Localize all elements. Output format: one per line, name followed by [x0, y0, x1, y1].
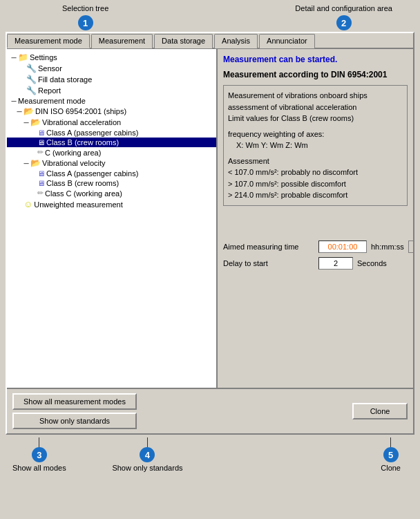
tree-item-class-a-vel[interactable]: 🖥 Class A (passenger cabins): [7, 169, 216, 178]
tab-analysis[interactable]: Analysis: [214, 34, 258, 48]
bottom-area: Show all measurement modes Show only sta…: [7, 388, 413, 433]
tree-item-measurement-mode[interactable]: ─ Measurement mode: [7, 96, 216, 106]
info-line-a1: < 107.0 mm/s²: probably no discomfort: [228, 167, 403, 178]
info-line-1: Measurement of vibrations onboard ships: [228, 90, 403, 102]
tree-label: Settings: [30, 53, 57, 62]
delay-unit: Seconds: [357, 259, 387, 267]
info-line-3: Limit values for Class B (crew rooms): [228, 113, 403, 124]
circle-icon: ☺: [23, 199, 32, 209]
info-line-5: X: Wm Y: Wm Z: Wm: [228, 140, 403, 151]
info-line-a3: > 214.0 mm/s²: probable discomfort: [228, 189, 403, 201]
info-box: Measurement of vibrations onboard ships …: [223, 85, 408, 206]
folder-open-icon2: 📂: [30, 117, 41, 127]
clone-button[interactable]: Clone: [352, 403, 408, 419]
tree-label: Vibrational velocity: [42, 159, 106, 167]
annotation-circle-5: 5: [383, 447, 399, 462]
folder-open-icon3: 📂: [30, 158, 41, 168]
tree-expander-mm[interactable]: ─: [10, 97, 18, 105]
annotation-label-4: Show only standards: [112, 464, 182, 472]
tab-measurement[interactable]: Measurement: [91, 34, 153, 48]
delay-label: Delay to start: [223, 259, 313, 267]
folder-open-icon: 📂: [23, 106, 34, 116]
annotation-circle-1: 1: [78, 15, 93, 30]
tree-label: Report: [38, 86, 61, 95]
aimed-time-row: Aimed measuring time hh:mm:ss ISO: [223, 240, 408, 253]
tab-annunciator[interactable]: Annunciator: [259, 34, 315, 48]
folder-icon: 📁: [18, 53, 28, 62]
measure-icon: 🖥: [37, 129, 45, 137]
show-standards-button[interactable]: Show only standards: [12, 413, 137, 429]
tree-item-class-c-work[interactable]: ✏ C (working area): [7, 147, 216, 158]
tab-data-storage[interactable]: Data storage: [154, 34, 213, 48]
delay-input[interactable]: [318, 257, 353, 270]
tree-label: Class A (passenger cabins): [46, 129, 138, 137]
tree-label: Class B (crew rooms): [46, 179, 119, 187]
measure-icon4: 🖥: [37, 179, 45, 187]
wrench-icon: 🔧: [26, 64, 37, 73]
info-line-assessment: Assessment: [228, 155, 403, 167]
measure-icon2: 🖥: [37, 138, 45, 147]
tree-label: Measurement mode: [18, 97, 86, 105]
annotation-label-3: Show all modes: [12, 464, 66, 472]
tree-label: Class C (working area): [45, 189, 122, 198]
bottom-right: Clone: [352, 403, 408, 419]
tree-item-sensor[interactable]: 🔧 Sensor: [7, 63, 216, 74]
annotation-circle-4: 4: [140, 447, 155, 462]
tree-label: C (working area): [45, 149, 101, 157]
tree-item-fill-data[interactable]: 🔧 Fill data storage: [7, 74, 216, 85]
measurement-title: Measurement according to DIN 6954:2001: [223, 70, 408, 79]
detail-config-label: Detail and configuration area: [295, 4, 392, 12]
measure-icon3: 🖥: [37, 169, 45, 178]
tree-label: Sensor: [38, 64, 62, 73]
selection-tree-header: Selection tree 1: [62, 4, 108, 30]
tree-item-vib-accel[interactable]: ─ 📂 Vibrational acceleration: [7, 117, 216, 128]
tree-item-vib-vel[interactable]: ─ 📂 Vibrational velocity: [7, 158, 216, 169]
tree-label: Class B (crew rooms): [46, 138, 119, 147]
tree-label: Vibrational acceleration: [42, 118, 121, 126]
delay-row: Delay to start Seconds: [223, 257, 408, 270]
tree-expander-settings[interactable]: ─: [10, 54, 18, 62]
selection-tree-panel: ─ 📁 Settings 🔧 Sensor 🔧 Fill data storag…: [7, 49, 218, 388]
wrench-icon3: 🔧: [26, 86, 37, 95]
aimed-time-input[interactable]: [318, 240, 367, 253]
tree-label: Unweighted measurement: [34, 200, 122, 209]
tab-bar: Measurement mode Measurement Data storag…: [7, 33, 413, 49]
right-panel: Measurement can be started. Measurement …: [218, 49, 413, 388]
tab-measurement-mode[interactable]: Measurement mode: [7, 34, 90, 48]
main-window: Measurement mode Measurement Data storag…: [6, 32, 414, 435]
info-line-4: frequency weighting of axes:: [228, 129, 403, 140]
tree-item-unweighted[interactable]: ☺ Unweighted measurement: [7, 198, 216, 210]
aimed-label: Aimed measuring time: [223, 243, 313, 251]
content-area: ─ 📁 Settings 🔧 Sensor 🔧 Fill data storag…: [7, 49, 413, 388]
detail-config-header: Detail and configuration area 2: [295, 4, 392, 30]
annotation-circle-2: 2: [336, 15, 352, 30]
iso-button[interactable]: ISO: [408, 240, 413, 253]
show-all-button[interactable]: Show all measurement modes: [12, 393, 137, 410]
pencil-icon: ✏: [37, 148, 44, 157]
info-line-a2: > 107.0 mm/s²: possible discomfort: [228, 178, 403, 190]
bottom-left: Show all measurement modes Show only sta…: [12, 393, 137, 429]
tree-item-din-iso[interactable]: ─ 📂 DIN ISO 6954:2001 (ships): [7, 106, 216, 117]
annotation-circle-3: 3: [32, 447, 47, 462]
tree-label: Class A (passenger cabins): [46, 169, 138, 178]
aimed-unit: hh:mm:ss: [371, 243, 404, 251]
wrench-icon2: 🔧: [26, 75, 37, 84]
tree-item-class-c-vel[interactable]: ✏ Class C (working area): [7, 188, 216, 198]
tree-label: DIN ISO 6954:2001 (ships): [35, 107, 126, 115]
status-text: Measurement can be started.: [223, 55, 408, 64]
info-line-2: assessment of vibrational acceleration: [228, 102, 403, 113]
tree-item-class-b-crew[interactable]: 🖥 Class B (crew rooms): [7, 138, 216, 147]
tree-item-report[interactable]: 🔧 Report: [7, 85, 216, 96]
pencil-icon2: ✏: [37, 189, 44, 198]
tree-label: Fill data storage: [38, 75, 92, 84]
tree-item-class-a-accel[interactable]: 🖥 Class A (passenger cabins): [7, 128, 216, 138]
selection-tree-label: Selection tree: [62, 4, 108, 12]
tree-item-class-b-vel[interactable]: 🖥 Class B (crew rooms): [7, 178, 216, 188]
tree-item-settings[interactable]: ─ 📁 Settings: [7, 52, 216, 63]
annotation-label-5: Clone: [381, 464, 401, 472]
